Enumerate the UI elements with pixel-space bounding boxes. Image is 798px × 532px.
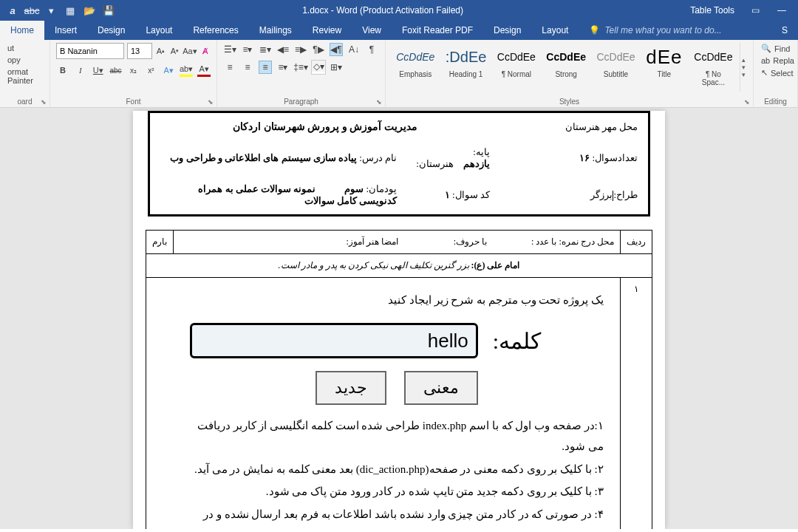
styles-gallery: CcDdEeEmphasis :DdEeHeading 1 CcDdEe¶ No…: [392, 43, 747, 92]
clear-format-icon[interactable]: A̸: [200, 44, 211, 58]
save-icon[interactable]: 💾: [102, 4, 115, 17]
subscript-button[interactable]: x₂: [127, 64, 140, 77]
copy-button[interactable]: opy: [6, 55, 44, 65]
font-label: Font: [50, 98, 216, 106]
align-center-button[interactable]: ≡: [241, 61, 254, 74]
decrease-indent-button[interactable]: ◀≡: [276, 43, 290, 56]
header-title: مدیریت آموزش و پرورش شهرستان اردکان: [151, 115, 499, 139]
show-marks-button[interactable]: ¶: [365, 43, 378, 56]
borders-button[interactable]: ⊞▾: [330, 61, 343, 74]
bulb-icon: 💡: [589, 25, 600, 35]
bullets-button[interactable]: ☰▾: [223, 43, 236, 56]
q1-body: یک پروژه تحت وب مترجم به شرح زیر ایجاد ک…: [174, 278, 621, 530]
tab-insert[interactable]: Insert: [44, 21, 87, 40]
tell-me-search[interactable]: 💡 Tell me what you want to do...: [579, 21, 771, 40]
align-right-button[interactable]: ≡: [259, 61, 272, 74]
sort-button[interactable]: A↓: [347, 43, 361, 56]
style-heading1[interactable]: :DdEeHeading 1: [441, 43, 491, 92]
header-grade: پایه: یازدهم هنرستان:: [407, 140, 499, 176]
change-case-icon[interactable]: Aa▾: [183, 44, 197, 58]
editing-group: 🔍Find abRepla ↖Select Editing: [754, 40, 798, 107]
ltr-button[interactable]: ¶▶: [312, 43, 325, 56]
table-icon[interactable]: ▦: [64, 4, 77, 17]
header-count: تعدادسوال: ۱۶: [500, 140, 647, 176]
style-subtitle[interactable]: CcDdEeSubtitle: [592, 43, 640, 92]
style-emphasis[interactable]: CcDdEeEmphasis: [392, 43, 440, 92]
quote-cell: امام علی (ع): بزر گترین تکلیف الهی نیکی …: [146, 254, 652, 278]
paragraph-dialog-icon[interactable]: ⬊: [376, 98, 382, 106]
numbering-button[interactable]: ≡▾: [241, 43, 254, 56]
style-title[interactable]: dEeTitle: [641, 43, 687, 92]
increase-indent-button[interactable]: ≡▶: [294, 43, 307, 56]
find-button[interactable]: 🔍Find: [760, 43, 791, 54]
highlight-button[interactable]: ab▾: [180, 64, 193, 77]
font-size-input[interactable]: [127, 43, 152, 59]
style-strong[interactable]: CcDdEeStrong: [542, 43, 590, 92]
paragraph-group: ☰▾ ≡▾ ≣▾ ◀≡ ≡▶ ¶▶ ◀¶ A↓ ¶ ≡ ≡ ≡ ≡▾ ‡≡▾ ◇…: [217, 40, 386, 107]
demo-meaning-button: معنی: [404, 371, 478, 405]
align-left-button[interactable]: ≡: [223, 61, 236, 74]
shading-button[interactable]: ◇▾: [312, 61, 325, 74]
share-button[interactable]: S: [771, 21, 798, 40]
tab-mailings[interactable]: Mailings: [249, 21, 302, 40]
header-seal: محل مهر هنرستان: [500, 115, 647, 139]
titlebar: a abc ▾ ▦ 📂 💾 1.docx - Word (Product Act…: [0, 0, 798, 21]
select-button[interactable]: ↖Select: [760, 67, 791, 78]
tab-table-design[interactable]: Design: [483, 21, 531, 40]
italic-button[interactable]: I: [74, 64, 87, 77]
format-painter-button[interactable]: ormat Painter: [6, 66, 44, 86]
ribbon-options-icon[interactable]: ▭: [745, 3, 765, 18]
col-score: محل درج نمره: با عدد : با حروف: امضا هنر…: [174, 231, 621, 254]
multilevel-button[interactable]: ≣▾: [259, 43, 272, 56]
shrink-font-icon[interactable]: A▾: [169, 44, 180, 58]
tab-layout[interactable]: Layout: [135, 21, 183, 40]
document-area[interactable]: مدیریت آموزش و پرورش شهرستان اردکان محل …: [0, 108, 798, 529]
bold-button[interactable]: B: [56, 64, 69, 77]
page: مدیریت آموزش و پرورش شهرستان اردکان محل …: [133, 111, 665, 529]
ribbon: ut opy ormat Painter oard ⬊ A▴ A▾ Aa▾ A̸…: [0, 40, 798, 108]
tab-foxit[interactable]: Foxit Reader PDF: [392, 21, 483, 40]
header-designer: طراح:برزگر: [500, 177, 647, 213]
editing-label: Editing: [754, 98, 797, 106]
header-chapter: پودمان: سوم نمونه سوالات عملی به همراه ک…: [151, 177, 406, 213]
exam-header-table: مدیریت آموزش و پرورش شهرستان اردکان محل …: [148, 111, 650, 216]
dropdown-icon[interactable]: ▾: [44, 4, 58, 17]
open-icon[interactable]: 📂: [83, 4, 96, 17]
clipboard-dialog-icon[interactable]: ⬊: [41, 98, 47, 106]
cursor-icon: ↖: [761, 68, 768, 78]
table-tools-label: Table Tools: [680, 4, 745, 17]
rtl-button[interactable]: ◀¶: [330, 43, 343, 56]
strike-button[interactable]: abc: [109, 64, 123, 77]
style-normal[interactable]: CcDdEe¶ Normal: [493, 43, 541, 92]
style-nospacing[interactable]: CcDdEe¶ No Spac...: [689, 43, 738, 92]
form-demo: کلمه:: [190, 320, 604, 362]
demo-label: کلمه:: [493, 320, 541, 362]
tab-table-layout[interactable]: Layout: [531, 21, 579, 40]
styles-dialog-icon[interactable]: ⬊: [744, 98, 750, 106]
cut-button[interactable]: ut: [6, 43, 44, 53]
font-group: A▴ A▾ Aa▾ A̸ B I U▾ abc x₂ x² A▾ ab▾ A▾ …: [50, 40, 217, 107]
font-name-input[interactable]: [56, 43, 124, 59]
styles-more-button[interactable]: ▴▾▾: [740, 43, 747, 92]
underline-button[interactable]: U▾: [92, 64, 105, 77]
tab-references[interactable]: References: [183, 21, 248, 40]
justify-button[interactable]: ≡▾: [276, 61, 290, 74]
window-title: 1.docx - Word (Product Activation Failed…: [115, 5, 650, 16]
line-spacing-button[interactable]: ‡≡▾: [294, 61, 307, 74]
superscript-button[interactable]: x²: [144, 64, 157, 77]
font-color-button[interactable]: A▾: [197, 64, 211, 77]
tab-home[interactable]: Home: [0, 21, 44, 40]
score-table: ردیف محل درج نمره: با عدد : با حروف: امض…: [146, 230, 652, 529]
text-effects-button[interactable]: A▾: [162, 64, 175, 77]
replace-button[interactable]: abRepla: [760, 55, 791, 66]
tab-view[interactable]: View: [352, 21, 392, 40]
q1-barm: [146, 278, 174, 530]
minimize-icon[interactable]: —: [771, 3, 792, 18]
grow-font-icon[interactable]: A▴: [155, 44, 166, 58]
text-effects-icon[interactable]: a: [6, 4, 19, 17]
header-code: کد سوال: ۱: [407, 177, 499, 213]
strikethrough-icon[interactable]: abc: [25, 4, 38, 17]
tab-review[interactable]: Review: [302, 21, 352, 40]
tab-design[interactable]: Design: [87, 21, 135, 40]
font-dialog-icon[interactable]: ⬊: [208, 98, 214, 106]
